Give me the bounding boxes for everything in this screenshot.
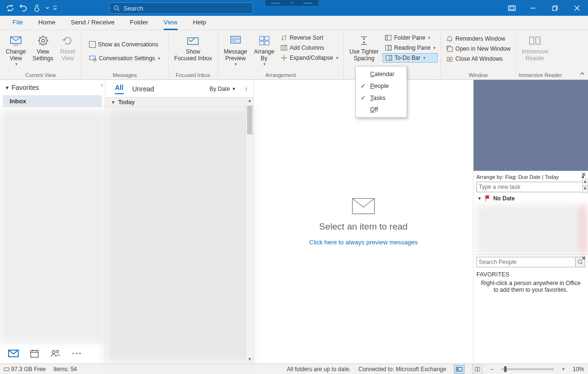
folder-pane: ‹ ▼Favorites Inbox	[0, 80, 105, 363]
search-people-input[interactable]	[477, 257, 575, 267]
group-immersive: Immersive Reader Immersive Reader	[516, 30, 565, 79]
todo-bar-pane: ✕ ▲▼ Arrange by: Flag: Due Date | Today …	[473, 80, 588, 363]
people-favorites-header: FAVORITES	[476, 267, 585, 280]
dropdown-calendar[interactable]: CCalendaralendar	[356, 68, 407, 80]
tab-help[interactable]: Help	[186, 16, 213, 30]
close-button[interactable]	[566, 0, 588, 16]
people-close-icon[interactable]: ✕	[581, 255, 586, 262]
folder-pane-collapse[interactable]: ‹	[101, 82, 103, 88]
tab-folder[interactable]: Folder	[123, 16, 155, 30]
zoom-slider[interactable]	[501, 368, 554, 370]
qat-dropdown-icon[interactable]	[45, 3, 50, 13]
svg-rect-7	[90, 56, 95, 60]
tab-file[interactable]: File	[6, 16, 30, 30]
new-task-input[interactable]	[476, 182, 585, 192]
zoom-percent[interactable]: 10%	[573, 366, 584, 373]
zoom-in[interactable]: +	[562, 366, 565, 373]
status-items: Items: 54	[53, 366, 77, 373]
svg-rect-13	[260, 41, 264, 45]
reverse-sort-button[interactable]: Reverse Sort	[278, 33, 340, 43]
calendar-preview[interactable]	[474, 80, 588, 171]
calendar-module-icon[interactable]	[29, 348, 40, 359]
reading-pane-button[interactable]: Reading Pane▾	[383, 43, 438, 53]
dropdown-people[interactable]: ✓People	[356, 80, 407, 92]
arrange-by-button[interactable]: Arrange By▾	[251, 32, 277, 68]
tab-send-receive[interactable]: Send / Receive	[64, 16, 122, 30]
use-tighter-spacing-button[interactable]: Use Tighter Spacing	[347, 32, 382, 64]
filter-unread[interactable]: Unread	[132, 85, 154, 93]
message-preview-button[interactable]: Message Preview▾	[221, 32, 250, 68]
status-folders: All folders are up to date.	[287, 366, 351, 373]
nav-footer	[0, 342, 105, 363]
open-new-window-button[interactable]: Open in New Window	[444, 44, 512, 54]
group-current-view: Change View▾ View Settings Reset View Cu…	[0, 30, 81, 79]
group-today[interactable]: ▼Today	[105, 97, 253, 108]
qat-customize-icon[interactable]	[53, 3, 57, 13]
message-list-pane: All Unread By Date ▼ ↑ ▼Today ▲ ▼	[105, 80, 254, 363]
reminders-window-button[interactable]: Reminders Window	[444, 34, 512, 44]
svg-point-29	[76, 352, 77, 354]
show-conversations-checkbox[interactable]: Show as Conversations	[87, 40, 160, 49]
add-columns-button[interactable]: Add Columns	[278, 43, 340, 53]
envelope-icon	[351, 198, 375, 215]
group-window: Reminders Window Open in New Window Clos…	[441, 30, 516, 79]
search-people-box[interactable]	[476, 257, 585, 267]
reading-empty-title: Select an item to read	[319, 221, 408, 232]
more-modules-icon[interactable]	[71, 348, 82, 359]
tasks-close-icon[interactable]: ✕	[581, 171, 586, 178]
flag-icon	[485, 195, 490, 202]
conversation-settings-button[interactable]: Conversation Settings▾	[87, 54, 162, 63]
maximize-button[interactable]	[544, 0, 566, 16]
touch-mouse-icon[interactable]	[32, 3, 42, 13]
tab-home[interactable]: Home	[32, 16, 62, 30]
tab-view[interactable]: View	[157, 16, 184, 30]
todo-bar-button[interactable]: To-Do Bar▾	[383, 53, 438, 63]
view-settings-button[interactable]: View Settings	[30, 32, 56, 64]
close-all-windows-button[interactable]: Close All Windows	[444, 54, 512, 64]
dropdown-off[interactable]: Off	[356, 104, 407, 115]
svg-point-28	[72, 352, 74, 354]
coming-soon-strip[interactable]: ▪▪▪▪▪▪▪▪▪▪	[266, 0, 318, 6]
search-box[interactable]	[109, 2, 253, 14]
sync-icon[interactable]	[5, 3, 15, 13]
svg-point-26	[52, 351, 55, 353]
filter-all[interactable]: All	[115, 84, 124, 94]
tasks-section: ✕ ▲▼ Arrange by: Flag: Due Date | Today …	[474, 171, 588, 254]
nav-inbox[interactable]: Inbox	[3, 95, 102, 107]
message-scrollbar[interactable]: ▲ ▼	[246, 98, 253, 363]
always-preview-link[interactable]: Click here to always preview messages	[309, 239, 418, 246]
group-label-arrangement: Arrangement	[221, 71, 340, 79]
window-controls	[502, 0, 588, 16]
group-label-focused: Focused Inbox	[171, 71, 215, 79]
search-input[interactable]	[124, 5, 249, 12]
expand-collapse-button[interactable]: Expand/Collapse▾	[278, 53, 340, 63]
tasks-arrange-label[interactable]: Arrange by: Flag: Due Date | Today ▲	[476, 173, 585, 181]
svg-rect-25	[31, 351, 38, 357]
mail-module-icon[interactable]	[8, 348, 19, 359]
focus-mode-button[interactable]	[502, 0, 522, 16]
undo-icon[interactable]	[18, 3, 29, 13]
status-bar: 97.3 GB Free Items: 54 All folders are u…	[0, 363, 588, 374]
todo-bar-dropdown: CCalendaralendar ✓People ✓Tasks Off	[355, 66, 407, 118]
reset-view-button: Reset View	[57, 32, 78, 64]
dropdown-tasks[interactable]: ✓Tasks	[356, 92, 407, 104]
view-normal-button[interactable]	[454, 365, 464, 374]
svg-point-6	[42, 39, 45, 42]
sort-by-date[interactable]: By Date ▼	[209, 86, 236, 92]
tasks-scroll[interactable]: ▲▼	[582, 179, 588, 193]
minimize-button[interactable]	[522, 0, 544, 16]
change-view-button[interactable]: Change View▾	[3, 32, 29, 68]
zoom-out[interactable]: −	[490, 366, 494, 373]
group-label-messages: Messages	[84, 71, 165, 79]
view-reading-button[interactable]	[472, 365, 483, 374]
sort-direction[interactable]: ↑	[245, 86, 248, 92]
people-module-icon[interactable]	[50, 348, 61, 359]
group-focused-inbox: Show Focused Inbox Focused Inbox	[169, 30, 218, 79]
folder-pane-button[interactable]: Folder Pane▾	[383, 33, 438, 43]
show-focused-inbox-button[interactable]: Show Focused Inbox	[171, 32, 215, 64]
main-body: ‹ ▼Favorites Inbox All Unread By Date ▼ …	[0, 80, 588, 363]
svg-rect-11	[260, 36, 264, 40]
favorites-header[interactable]: ▼Favorites	[0, 80, 105, 95]
collapse-ribbon-button[interactable]	[579, 71, 585, 77]
task-group-no-date[interactable]: ▼ No Date	[476, 192, 585, 205]
